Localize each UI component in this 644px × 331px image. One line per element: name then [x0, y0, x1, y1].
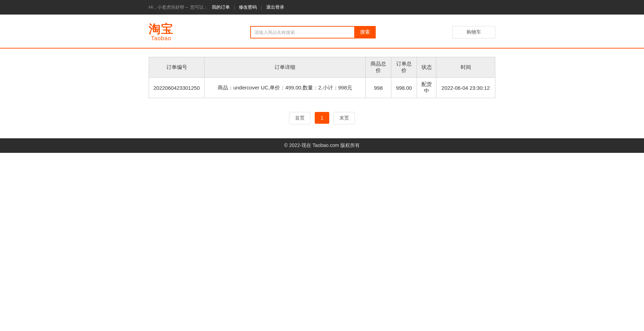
order-table: 订单编号 订单详细 商品总价 订单总价 状态 时间 20220604233012…	[149, 57, 495, 98]
content: 订单编号 订单详细 商品总价 订单总价 状态 时间 20220604233012…	[149, 57, 495, 124]
col-time: 时间	[436, 57, 495, 78]
col-order-no: 订单编号	[149, 57, 204, 78]
change-password-link[interactable]: 修改密码	[237, 5, 259, 10]
cell-time: 2022-06-04 23:30:12	[436, 78, 495, 98]
separator: |	[260, 5, 263, 10]
footer: © 2022-现在 Taobao.com 版权所有	[0, 138, 644, 153]
page-first-button[interactable]: 首页	[289, 112, 311, 124]
pagination: 首页 1 末页	[149, 112, 495, 124]
cell-status: 配货中	[417, 78, 436, 98]
logo-en: Taobao	[151, 35, 172, 42]
page-last-button[interactable]: 末页	[333, 112, 355, 124]
cell-goods-total: 998	[366, 78, 391, 98]
search-button[interactable]: 搜索	[354, 26, 376, 38]
separator: |	[233, 5, 235, 10]
cell-order-no: 2022060423301250	[149, 78, 204, 98]
table-row: 2022060423301250 商品：undercover UC,单价：499…	[149, 78, 495, 98]
logo-cn: 淘宝	[149, 23, 174, 35]
logo[interactable]: 淘宝 Taobao	[149, 23, 174, 42]
search-input[interactable]	[250, 26, 354, 38]
logout-link[interactable]: 退出登录	[264, 5, 286, 10]
top-bar: Hi，小老虎你好呀～ 您可以： 我的订单 | 修改密码 | 退出登录	[0, 0, 644, 15]
cart-button[interactable]: 购物车	[452, 26, 495, 38]
my-orders-link[interactable]: 我的订单	[210, 5, 232, 10]
table-header-row: 订单编号 订单详细 商品总价 订单总价 状态 时间	[149, 57, 495, 78]
footer-text: © 2022-现在 Taobao.com 版权所有	[284, 142, 360, 148]
cell-order-total: 998.00	[391, 78, 417, 98]
col-status: 状态	[417, 57, 436, 78]
col-order-detail: 订单详细	[204, 57, 366, 78]
page-1-button[interactable]: 1	[315, 112, 329, 124]
col-goods-total: 商品总价	[366, 57, 391, 78]
col-order-total: 订单总价	[391, 57, 417, 78]
cell-order-detail: 商品：undercover UC,单价：499.00,数量：2,小计：998元	[204, 78, 366, 98]
search-wrap: 搜索	[250, 26, 376, 38]
greeting-text: Hi，小老虎你好呀～ 您可以：	[149, 5, 208, 10]
header: 淘宝 Taobao 搜索 购物车	[0, 15, 644, 49]
